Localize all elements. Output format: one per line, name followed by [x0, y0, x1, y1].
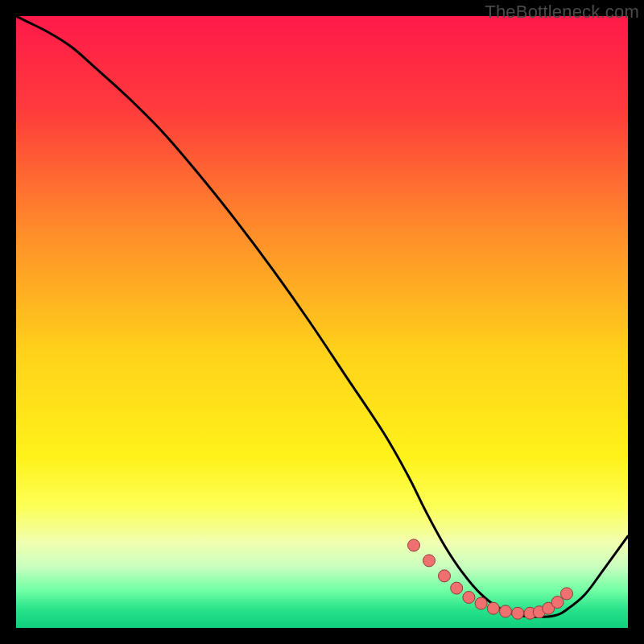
marker-dot: [451, 582, 463, 594]
marker-dot: [423, 555, 436, 567]
marker-dot: [551, 597, 564, 609]
marker-dot: [512, 607, 524, 619]
marker-dot: [475, 597, 487, 609]
marker-dot: [463, 592, 475, 604]
marker-dot: [408, 539, 420, 551]
marker-dot: [439, 570, 451, 582]
marker-dot: [500, 605, 512, 617]
plot-area: [16, 16, 628, 628]
chart-frame: TheBottleneck.com: [0, 0, 644, 644]
curve-markers: [408, 539, 573, 619]
bottleneck-curve: [16, 16, 628, 617]
marker-dot: [487, 602, 499, 614]
watermark-text: TheBottleneck.com: [485, 2, 639, 23]
marker-dot: [561, 588, 573, 600]
curve-layer: [16, 16, 628, 628]
